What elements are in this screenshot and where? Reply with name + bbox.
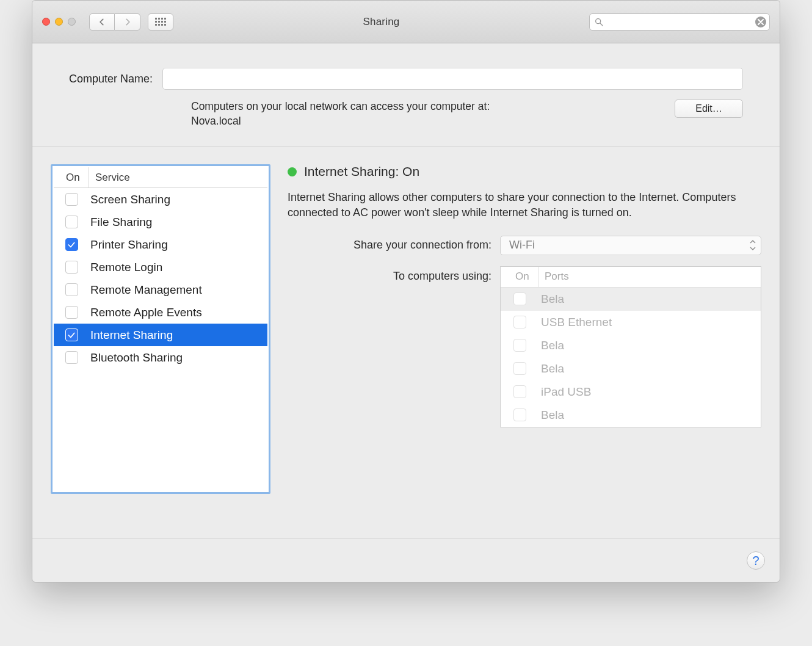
service-label: Printer Sharing: [89, 238, 168, 252]
port-row[interactable]: iPad USB: [501, 380, 761, 404]
detail-description: Internet Sharing allows other computers …: [288, 190, 761, 220]
port-label: iPad USB: [538, 385, 591, 399]
hint-line1: Computers on your local network can acce…: [191, 100, 490, 112]
service-checkbox[interactable]: [65, 328, 78, 341]
status-indicator-icon: [288, 167, 297, 176]
port-checkbox[interactable]: [513, 385, 526, 398]
service-checkbox[interactable]: [65, 306, 78, 319]
service-row[interactable]: Bluetooth Sharing: [54, 346, 267, 369]
port-checkbox[interactable]: [513, 292, 526, 305]
zoom-window-button[interactable]: [68, 18, 76, 26]
port-row[interactable]: Bela: [501, 288, 761, 311]
port-checkbox[interactable]: [513, 362, 526, 375]
service-checkbox[interactable]: [65, 283, 78, 296]
minimize-window-button[interactable]: [55, 18, 63, 26]
hint-line2: Nova.local: [191, 115, 241, 127]
service-row[interactable]: Remote Management: [54, 278, 267, 301]
clear-search-button[interactable]: [755, 16, 766, 27]
status-title: Internet Sharing: On: [304, 164, 419, 179]
service-checkbox[interactable]: [65, 238, 78, 251]
service-row[interactable]: Internet Sharing: [54, 324, 267, 346]
svg-point-0: [596, 18, 601, 23]
computer-name-input[interactable]: [162, 68, 743, 90]
port-checkbox[interactable]: [513, 339, 526, 352]
service-row[interactable]: Screen Sharing: [54, 188, 267, 211]
edit-hostname-button[interactable]: Edit…: [675, 100, 743, 118]
port-row[interactable]: Bela: [501, 404, 761, 427]
nav-buttons: [89, 13, 140, 31]
footer: ?: [32, 539, 780, 582]
ports-col-on: On: [501, 267, 538, 287]
share-from-label: Share your connection from:: [288, 239, 491, 252]
port-label: Bela: [538, 362, 564, 376]
service-label: Internet Sharing: [89, 328, 173, 342]
service-label: File Sharing: [89, 216, 152, 229]
port-row[interactable]: USB Ethernet: [501, 311, 761, 334]
computer-name-hint: Computers on your local network can acce…: [191, 100, 662, 128]
window-title: Sharing: [181, 16, 582, 28]
services-col-on: On: [54, 167, 89, 187]
share-from-row: Share your connection from: Wi-Fi: [288, 236, 761, 255]
service-row[interactable]: Printer Sharing: [54, 233, 267, 256]
service-label: Screen Sharing: [89, 193, 170, 206]
help-button[interactable]: ?: [747, 551, 765, 570]
search-icon: [594, 17, 604, 27]
service-checkbox[interactable]: [65, 351, 78, 364]
service-row[interactable]: Remote Apple Events: [54, 301, 267, 324]
show-all-button[interactable]: [148, 13, 173, 31]
service-label: Remote Apple Events: [89, 306, 202, 319]
service-row[interactable]: Remote Login: [54, 256, 267, 278]
status-row: Internet Sharing: On: [288, 164, 761, 179]
port-row[interactable]: Bela: [501, 357, 761, 380]
window-controls: [42, 18, 76, 26]
search-input[interactable]: [589, 13, 770, 31]
ports-list[interactable]: On Ports BelaUSB EthernetBelaBelaiPad US…: [500, 266, 761, 427]
to-computers-label: To computers using:: [288, 266, 491, 283]
service-label: Remote Login: [89, 261, 162, 274]
port-label: Bela: [538, 339, 564, 352]
service-checkbox[interactable]: [65, 261, 78, 274]
ports-header: On Ports: [501, 267, 761, 288]
service-label: Remote Management: [89, 283, 202, 297]
content-area: On Service Screen SharingFile SharingPri…: [32, 147, 780, 539]
computer-name-label: Computer Name:: [69, 73, 153, 85]
toolbar: Sharing: [32, 1, 780, 43]
port-label: Bela: [538, 408, 564, 422]
port-checkbox[interactable]: [513, 408, 526, 421]
share-from-value: Wi-Fi: [509, 239, 535, 252]
port-checkbox[interactable]: [513, 316, 526, 328]
port-label: USB Ethernet: [538, 316, 612, 329]
service-label: Bluetooth Sharing: [89, 351, 183, 365]
port-row[interactable]: Bela: [501, 334, 761, 357]
search-field-wrap: [589, 13, 770, 31]
service-checkbox[interactable]: [65, 216, 78, 228]
service-checkbox[interactable]: [65, 193, 78, 206]
port-label: Bela: [538, 292, 564, 306]
grid-icon: [155, 18, 166, 26]
sharing-preferences-window: Sharing Computer Name: Computers on your…: [32, 0, 780, 582]
share-from-select[interactable]: Wi-Fi: [500, 236, 761, 255]
svg-line-1: [600, 23, 603, 26]
chevron-updown-icon: [750, 239, 756, 252]
detail-pane: Internet Sharing: On Internet Sharing al…: [288, 164, 761, 526]
close-window-button[interactable]: [42, 18, 50, 26]
service-row[interactable]: File Sharing: [54, 211, 267, 233]
services-col-service: Service: [89, 172, 130, 184]
ports-row: To computers using: On Ports BelaUSB Eth…: [288, 266, 761, 427]
back-button[interactable]: [89, 13, 115, 31]
computer-name-section: Computer Name: Computers on your local n…: [32, 43, 780, 147]
services-list[interactable]: On Service Screen SharingFile SharingPri…: [51, 164, 270, 494]
services-header: On Service: [54, 167, 267, 188]
ports-col-ports: Ports: [538, 270, 569, 283]
forward-button[interactable]: [115, 13, 140, 31]
